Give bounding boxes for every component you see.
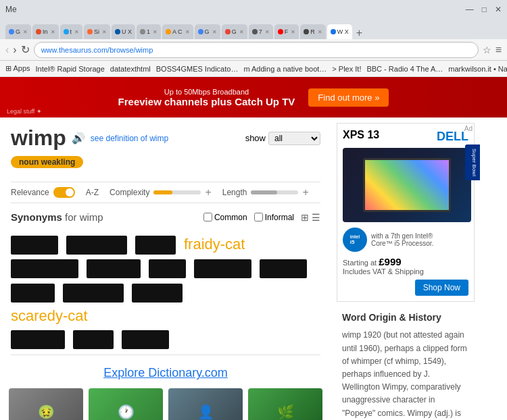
filter-checkboxes: Common Informal ⊞ ☰: [203, 212, 320, 223]
informal-checkbox-input[interactable]: [254, 213, 263, 221]
intel-logo: intel i5: [343, 228, 367, 252]
title-bar: Me — □ ✕: [0, 0, 507, 19]
explore-card-img-ampm: 🕐: [89, 388, 163, 420]
maximize-button[interactable]: □: [482, 5, 487, 14]
informal-label: Informal: [265, 213, 294, 222]
synonym-word-fraidy[interactable]: fraidy-cat: [184, 235, 245, 255]
tab-7[interactable]: 7 ✕: [249, 24, 273, 39]
synonym-word-9[interactable]: [11, 282, 55, 302]
relevance-toggle[interactable]: [53, 187, 75, 198]
complexity-label: Complexity: [110, 188, 149, 197]
common-label: Common: [214, 213, 247, 222]
common-checkbox-input[interactable]: [203, 213, 212, 221]
common-checkbox[interactable]: Common: [203, 213, 247, 222]
intel-text-line2: Core™ i5 Processor.: [371, 240, 433, 247]
explore-card-grossest[interactable]: 🤢 What's the Grossest-Sounding Word in E…: [9, 388, 83, 420]
explore-card-allusion[interactable]: 👤 Allusion vs. Illusion: [168, 388, 243, 420]
tab-tw[interactable]: t ✕: [60, 24, 83, 39]
length-slider[interactable]: [251, 190, 298, 194]
synonym-word-4[interactable]: [11, 259, 78, 278]
forward-button[interactable]: ›: [13, 44, 16, 56]
informal-checkbox[interactable]: Informal: [254, 213, 294, 222]
apps-bookmark[interactable]: ⊞ Apps: [5, 64, 30, 73]
synonym-word-5[interactable]: [87, 259, 141, 278]
refresh-button[interactable]: ↻: [21, 43, 30, 56]
explore-card-img-grossest: 🤢: [9, 388, 83, 420]
complexity-slider[interactable]: [153, 190, 201, 194]
synonym-word-8[interactable]: [260, 259, 307, 278]
synonym-word-7[interactable]: [194, 259, 251, 278]
explore-title-link[interactable]: Explore Dictionary.com: [11, 366, 320, 380]
synonym-word-3[interactable]: [135, 235, 176, 255]
super-bowl-strip[interactable]: Super Bowl: [465, 145, 480, 180]
tab-ac[interactable]: A C ✕: [162, 24, 193, 39]
new-tab-button[interactable]: +: [356, 27, 362, 39]
ad-cta-button[interactable]: Find out more »: [308, 88, 389, 107]
synonym-word-14[interactable]: [122, 330, 169, 349]
tab-yt[interactable]: F ✕: [274, 24, 299, 39]
complexity-filter: Complexity +: [110, 186, 212, 199]
synonyms-header: Synonyms for wimp Common Informal ⊞ ☰: [11, 211, 320, 223]
length-plus[interactable]: +: [302, 186, 308, 199]
window-controls: — □ ✕: [466, 5, 502, 14]
sound-icon[interactable]: 🔊: [72, 132, 85, 145]
tab-u[interactable]: U X: [112, 24, 135, 39]
synonym-word-13[interactable]: [73, 330, 114, 349]
tab-wx[interactable]: W X: [327, 24, 352, 39]
markwilson-bookmark[interactable]: markwilson.it • Nativ…: [448, 65, 507, 73]
ad-label-text: Ad: [464, 125, 473, 132]
synonyms-display: fraidy-cat: [11, 230, 320, 355]
intel-badge: intel i5 with a 7th gen Intel® Core™ i5 …: [343, 228, 468, 252]
complexity-plus[interactable]: +: [205, 186, 211, 199]
tab-si[interactable]: Si ✕: [84, 24, 110, 39]
intel-text-line1: with a 7th gen Intel®: [371, 232, 433, 240]
synonym-word-10[interactable]: [63, 282, 124, 302]
tab-1[interactable]: 1 ✕: [137, 24, 161, 39]
boss4gmes-bookmark[interactable]: BOSS4GMES Indicato…: [156, 65, 239, 73]
tab-rx[interactable]: R ✕: [300, 24, 326, 39]
list-view-button[interactable]: ☰: [312, 212, 320, 223]
title-bar-title: Me: [5, 5, 17, 14]
tab-in[interactable]: In ✕: [32, 24, 59, 39]
close-button[interactable]: ✕: [495, 5, 502, 14]
back-button[interactable]: ‹: [5, 44, 9, 56]
price-prefix: Starting at: [343, 259, 377, 267]
synonym-word-11[interactable]: [132, 282, 183, 302]
synonym-word-6[interactable]: [149, 259, 186, 278]
synonym-word-scaredy[interactable]: scaredy-cat: [11, 307, 320, 326]
datatexthtml-bookmark[interactable]: datatexthtml: [110, 65, 151, 73]
laptop-screen: [363, 158, 451, 212]
synonym-word-1[interactable]: [11, 235, 58, 255]
explore-card-ampm[interactable]: 🕐 What do a.m. and p.m. stand for?: [89, 388, 163, 420]
explore-section: Explore Dictionary.com 🤢 What's the Gros…: [11, 355, 320, 420]
ad-banner: Legal stuff ✦ Up to 50Mbps Broadband Fre…: [0, 77, 507, 117]
bookmarks-bar: ⊞ Apps Intel® Rapid Storage datatexthtml…: [0, 61, 507, 77]
tab-gc[interactable]: G ✕: [195, 24, 220, 39]
explore-card-beautiful[interactable]: 🌿 The Most Beautiful-Sounding Word in En…: [248, 388, 322, 420]
az-label: A-Z: [86, 188, 99, 197]
tab-g[interactable]: G ✕: [5, 24, 31, 39]
show-select[interactable]: all common: [268, 132, 320, 145]
show-control: show all common: [245, 132, 320, 145]
explore-card-img-beautiful: 🌿: [248, 388, 322, 420]
grid-view-button[interactable]: ⊞: [301, 212, 309, 223]
plex-bookmark[interactable]: > Plex It!: [332, 65, 361, 73]
see-definition-link[interactable]: see definition of wimp: [91, 134, 168, 143]
tab-gm[interactable]: G ✕: [222, 24, 247, 39]
synonym-word-2[interactable]: [66, 235, 127, 255]
synonym-word-12[interactable]: [11, 330, 65, 349]
shop-now-button[interactable]: Shop Now: [415, 280, 468, 296]
intel-bookmark[interactable]: Intel® Rapid Storage: [36, 65, 105, 73]
az-filter: A-Z: [86, 188, 99, 197]
title-bar-left: Me: [5, 5, 17, 14]
settings-menu[interactable]: ≡: [496, 44, 502, 56]
bbc-bookmark[interactable]: BBC - Radio 4 The A…: [366, 65, 443, 73]
ad-legal-text: Legal stuff ✦: [7, 108, 42, 115]
minimize-button[interactable]: —: [466, 5, 474, 14]
price-suffix: Includes VAT & Shipping: [343, 267, 424, 275]
content-area: wimp 🔊 see definition of wimp show all c…: [0, 117, 331, 420]
price-value: £999: [379, 256, 401, 267]
address-bar[interactable]: www.thesaurus.com/browse/wimp: [34, 42, 479, 58]
bookmark-star[interactable]: ☆: [483, 45, 491, 55]
adding-bookmark[interactable]: m Adding a native boot…: [243, 65, 327, 73]
